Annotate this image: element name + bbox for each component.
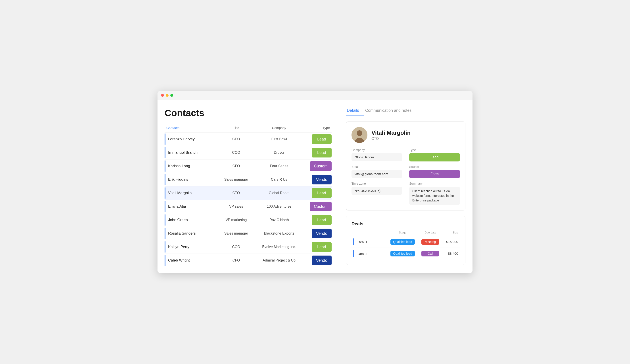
field-email: Email vitali@globalroom.com xyxy=(352,165,402,178)
col-header-company: Company xyxy=(255,125,303,133)
tab-communication[interactable]: Communication and notes xyxy=(364,106,417,116)
type-badge: Lead xyxy=(312,188,332,198)
cell-title: VP marketing xyxy=(217,213,255,227)
title-cell: CEO xyxy=(217,137,255,141)
cell-type: Custom xyxy=(303,160,332,173)
deals-col-name xyxy=(352,230,387,236)
deal-row: Deal 1 Qualified lead Meeting $15,000 xyxy=(352,236,460,248)
field-company: Company Global Room xyxy=(352,148,402,162)
tab-details[interactable]: Details xyxy=(346,106,364,116)
deal-action: Call xyxy=(422,251,439,256)
minimize-dot[interactable] xyxy=(166,94,168,97)
close-dot[interactable] xyxy=(161,94,164,97)
deals-col-size: Size xyxy=(442,230,460,236)
table-row[interactable]: Kaitlyn Perry COO Evolve Marketing Inc. … xyxy=(164,240,332,254)
type-badge: Lead xyxy=(312,134,332,144)
type-cell: Lead xyxy=(303,215,332,225)
type-badge: Vendo xyxy=(312,256,332,265)
deals-card: Deals Stage Due date Size Deal 1 xyxy=(346,216,466,265)
summary-label: Summary xyxy=(409,182,460,185)
cell-name: Vitali Margolin xyxy=(164,186,217,200)
deal-stage-cell: Qualified lead xyxy=(387,248,418,260)
table-row[interactable]: Erik Higgins Sales manager Cars R Us Ven… xyxy=(164,173,332,186)
cell-title: CFO xyxy=(217,254,255,267)
table-row[interactable]: Caleb Wright CFO Admiral Project & Co Ve… xyxy=(164,254,332,267)
titlebar xyxy=(158,91,472,100)
cell-company: Blackstone Exports xyxy=(255,227,303,240)
title-cell: VP sales xyxy=(217,204,255,208)
table-row[interactable]: Immanuel Branch COO Drover Lead xyxy=(164,146,332,160)
contacts-table: Contacts Title Company Type Lorenzo Harv… xyxy=(164,125,332,267)
app-window: Contacts Contacts Title Company Type Lor… xyxy=(158,91,472,273)
cell-name: Karissa Lang xyxy=(164,160,217,173)
maximize-dot[interactable] xyxy=(170,94,173,97)
cell-type: Lead xyxy=(303,133,332,146)
cell-name: Immanuel Branch xyxy=(164,146,217,160)
right-panel: Details Communication and notes Vitali M… xyxy=(339,100,472,273)
detail-card: Vitali Margolin CTO Company Global Room … xyxy=(346,122,466,210)
table-row[interactable]: Rosalia Sanders Sales manager Blackstone… xyxy=(164,227,332,240)
type-cell: Vendo xyxy=(303,175,332,184)
cell-type: Lead xyxy=(303,146,332,160)
contact-name-cell: John Green xyxy=(166,213,214,227)
cell-company: Four Series xyxy=(255,160,303,173)
cell-title: COO xyxy=(217,146,255,160)
table-row[interactable]: Karissa Lang CFO Four Series Custom xyxy=(164,160,332,173)
left-panel: Contacts Contacts Title Company Type Lor… xyxy=(158,100,339,273)
cell-company: First Bowl xyxy=(255,133,303,146)
type-cell: Lead xyxy=(303,188,332,198)
deal-size-cell: $8,400 xyxy=(442,248,460,260)
type-label: Type xyxy=(409,148,460,152)
contact-name-cell: Immanuel Branch xyxy=(166,146,214,159)
cell-title: Sales manager xyxy=(217,173,255,186)
field-summary: Summary Client reached out to us via web… xyxy=(409,182,460,205)
timezone-label: Time zone xyxy=(352,182,402,185)
company-cell: Drover xyxy=(255,151,303,155)
deal-size: $15,000 xyxy=(446,240,458,244)
type-value: Lead xyxy=(409,153,460,162)
title-cell: CFO xyxy=(217,258,255,262)
source-value: Form xyxy=(409,170,460,178)
contact-name-block: Vitali Margolin CTO xyxy=(372,129,410,141)
deals-col-duedate: Due date xyxy=(418,230,442,236)
cell-type: Custom xyxy=(303,200,332,213)
col-header-title: Title xyxy=(217,125,255,133)
page-title: Contacts xyxy=(164,108,332,118)
company-value: Global Room xyxy=(352,153,402,161)
contact-name-cell: Karissa Lang xyxy=(166,160,214,173)
cell-type: Vendo xyxy=(303,173,332,186)
deal-name-cell: Deal 1 xyxy=(352,236,387,248)
type-badge: Custom xyxy=(310,161,332,171)
field-timezone: Time zone NY, USA (GMT-5) xyxy=(352,182,402,205)
main-content: Contacts Contacts Title Company Type Lor… xyxy=(158,100,472,273)
contact-name-cell: Vitali Margolin xyxy=(166,186,214,200)
deal-name: Deal 1 xyxy=(356,240,385,244)
col-header-type: Type xyxy=(303,125,332,133)
contact-name-cell: Caleb Wright xyxy=(166,254,214,267)
deal-size: $8,400 xyxy=(448,252,458,255)
email-label: Email xyxy=(352,165,402,169)
company-cell: Raz C North xyxy=(255,218,303,222)
company-cell: Four Series xyxy=(255,164,303,168)
table-row[interactable]: John Green VP marketing Raz C North Lead xyxy=(164,213,332,227)
cell-title: CFO xyxy=(217,160,255,173)
table-row[interactable]: Vitali Margolin CTO Global Room Lead xyxy=(164,186,332,200)
cell-company: Global Room xyxy=(255,186,303,200)
cell-company: Cars R Us xyxy=(255,173,303,186)
cell-type: Lead xyxy=(303,186,332,200)
contact-name-cell: Lorenzo Harvey xyxy=(166,133,214,146)
type-cell: Lead xyxy=(303,242,332,252)
type-cell: Custom xyxy=(303,202,332,211)
title-cell: CFO xyxy=(217,164,255,168)
company-cell: Admiral Project & Co xyxy=(255,258,303,262)
type-badge: Vendo xyxy=(312,229,332,238)
cell-company: Drover xyxy=(255,146,303,160)
deal-stage-cell: Qualified lead xyxy=(387,236,418,248)
detail-grid: Company Global Room Type Lead Email vita… xyxy=(352,148,460,205)
contact-name-cell: Rosalia Sanders xyxy=(166,227,214,240)
table-row[interactable]: Eliana Atia VP sales 100 Adventures Cust… xyxy=(164,200,332,213)
cell-name: John Green xyxy=(164,213,217,227)
cell-company: Evolve Marketing Inc. xyxy=(255,240,303,254)
table-row[interactable]: Lorenzo Harvey CEO First Bowl Lead xyxy=(164,133,332,146)
contact-role: CTO xyxy=(372,137,410,141)
